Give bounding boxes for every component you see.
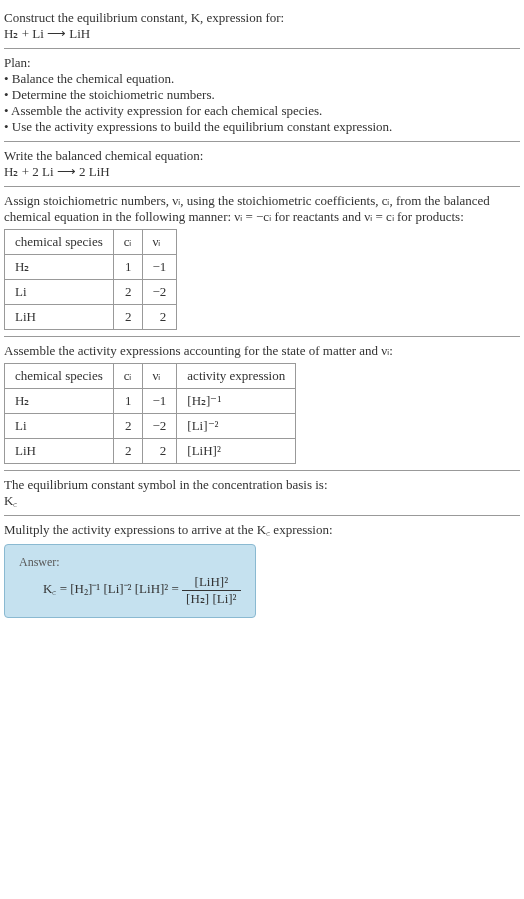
- prompt-line1: Construct the equilibrium constant, K, e…: [4, 10, 520, 26]
- plan-bullet-3: • Assemble the activity expression for e…: [4, 103, 520, 119]
- cell-ci: 2: [113, 305, 142, 330]
- plan-bullet-1: • Balance the chemical equation.: [4, 71, 520, 87]
- symbol-value: K꜀: [4, 493, 520, 509]
- activity-table: chemical species cᵢ νᵢ activity expressi…: [4, 363, 296, 464]
- activity-intro: Assemble the activity expressions accoun…: [4, 343, 520, 359]
- section-result: Mulitply the activity expressions to arr…: [4, 516, 520, 624]
- plan-bullet-4: • Use the activity expressions to build …: [4, 119, 520, 135]
- cell-vi: −2: [142, 414, 177, 439]
- cell-ci: 2: [113, 280, 142, 305]
- cell-vi: −1: [142, 389, 177, 414]
- answer-fraction: [LiH]² [H₂] [Li]²: [182, 574, 240, 607]
- table-row: H₂ 1 −1: [5, 255, 177, 280]
- stoich-table: chemical species cᵢ νᵢ H₂ 1 −1 Li 2 −2 L…: [4, 229, 177, 330]
- cell-species: H₂: [5, 255, 114, 280]
- answer-label: Answer:: [19, 555, 241, 570]
- cell-species: LiH: [5, 305, 114, 330]
- table-row: H₂ 1 −1 [H₂]⁻¹: [5, 389, 296, 414]
- table-row: Li 2 −2: [5, 280, 177, 305]
- cell-ci: 2: [113, 439, 142, 464]
- prompt-equation: H₂ + Li ⟶ LiH: [4, 26, 520, 42]
- result-intro: Mulitply the activity expressions to arr…: [4, 522, 520, 538]
- table-row: LiH 2 2: [5, 305, 177, 330]
- plan-title: Plan:: [4, 55, 520, 71]
- section-balanced: Write the balanced chemical equation: H₂…: [4, 142, 520, 187]
- col-vi: νᵢ: [142, 364, 177, 389]
- stoich-intro: Assign stoichiometric numbers, νᵢ, using…: [4, 193, 520, 225]
- table-row: chemical species cᵢ νᵢ activity expressi…: [5, 364, 296, 389]
- section-activity: Assemble the activity expressions accoun…: [4, 337, 520, 471]
- cell-activity: [Li]⁻²: [177, 414, 296, 439]
- answer-expression: K꜀ = [H₂]⁻¹ [Li]⁻² [LiH]² = [LiH]² [H₂] …: [19, 574, 241, 607]
- col-activity: activity expression: [177, 364, 296, 389]
- cell-vi: 2: [142, 439, 177, 464]
- cell-vi: −1: [142, 255, 177, 280]
- col-species: chemical species: [5, 230, 114, 255]
- cell-activity: [H₂]⁻¹: [177, 389, 296, 414]
- cell-species: Li: [5, 414, 114, 439]
- cell-activity: [LiH]²: [177, 439, 296, 464]
- cell-vi: 2: [142, 305, 177, 330]
- answer-box: Answer: K꜀ = [H₂]⁻¹ [Li]⁻² [LiH]² = [LiH…: [4, 544, 256, 618]
- cell-species: H₂: [5, 389, 114, 414]
- section-stoich: Assign stoichiometric numbers, νᵢ, using…: [4, 187, 520, 337]
- col-ci: cᵢ: [113, 364, 142, 389]
- section-plan: Plan: • Balance the chemical equation. •…: [4, 49, 520, 142]
- fraction-denominator: [H₂] [Li]²: [182, 591, 240, 607]
- fraction-numerator: [LiH]²: [182, 574, 240, 591]
- cell-ci: 2: [113, 414, 142, 439]
- col-ci: cᵢ: [113, 230, 142, 255]
- cell-ci: 1: [113, 389, 142, 414]
- cell-species: Li: [5, 280, 114, 305]
- table-row: Li 2 −2 [Li]⁻²: [5, 414, 296, 439]
- table-row: chemical species cᵢ νᵢ: [5, 230, 177, 255]
- balanced-intro: Write the balanced chemical equation:: [4, 148, 520, 164]
- cell-ci: 1: [113, 255, 142, 280]
- balanced-equation: H₂ + 2 Li ⟶ 2 LiH: [4, 164, 520, 180]
- cell-vi: −2: [142, 280, 177, 305]
- section-prompt: Construct the equilibrium constant, K, e…: [4, 4, 520, 49]
- col-species: chemical species: [5, 364, 114, 389]
- table-row: LiH 2 2 [LiH]²: [5, 439, 296, 464]
- cell-species: LiH: [5, 439, 114, 464]
- plan-bullet-2: • Determine the stoichiometric numbers.: [4, 87, 520, 103]
- section-symbol: The equilibrium constant symbol in the c…: [4, 471, 520, 516]
- col-vi: νᵢ: [142, 230, 177, 255]
- answer-lhs: K꜀ = [H₂]⁻¹ [Li]⁻² [LiH]² =: [43, 581, 182, 596]
- symbol-intro: The equilibrium constant symbol in the c…: [4, 477, 520, 493]
